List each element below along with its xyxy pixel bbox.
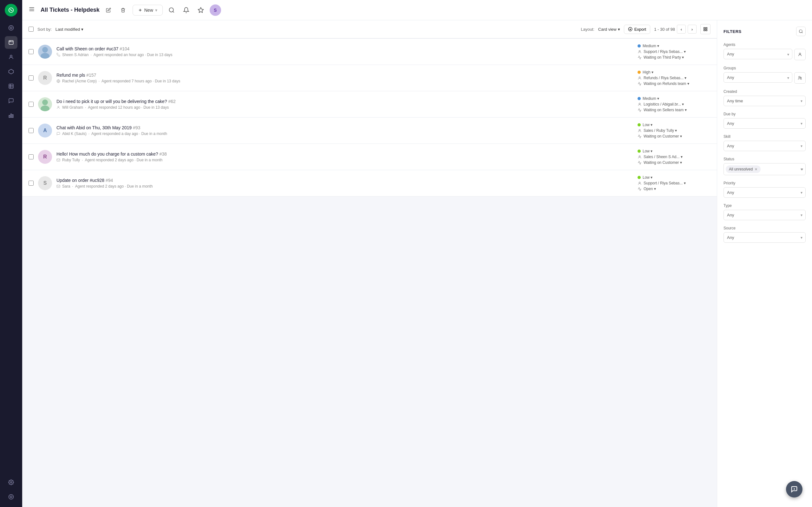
table-row[interactable]: Do i need to pick it up or will you be d… <box>22 91 717 118</box>
grid-view-button[interactable] <box>700 24 711 34</box>
status-tag: Waiting on Sellers team ▾ <box>638 108 687 112</box>
ticket-checkbox[interactable] <box>29 75 34 80</box>
sidebar-item-network[interactable] <box>5 65 17 78</box>
notifications-icon[interactable] <box>181 4 192 16</box>
status-dropdown[interactable]: Waiting on Customer ▾ <box>644 160 682 165</box>
layout-label: Layout: <box>581 27 595 32</box>
team-dropdown[interactable]: Sales / Ruby Tully ▾ <box>644 128 677 133</box>
status-tag: Waiting on Third Party ▾ <box>638 55 684 60</box>
sidebar-item-analytics[interactable] <box>5 109 17 122</box>
svg-point-41 <box>639 129 640 130</box>
svg-point-36 <box>639 77 640 78</box>
select-all-checkbox[interactable] <box>29 26 34 32</box>
list-toolbar: Sort by: Last modified ▾ Layout: Card vi… <box>22 20 717 38</box>
next-page-button[interactable]: › <box>688 25 697 34</box>
team-tag: Sales / Ruby Tully ▾ <box>638 128 677 133</box>
ai-icon[interactable] <box>195 4 206 16</box>
due-by-select[interactable]: Any <box>723 118 806 129</box>
table-row[interactable]: R Hello! How much do you charge for a cu… <box>22 144 717 170</box>
svg-rect-27 <box>704 27 705 29</box>
agents-filter-icon[interactable] <box>794 49 806 60</box>
ticket-meta: Rachel (Acme Corp) · Agent responded 7 h… <box>56 79 633 83</box>
type-select-wrap: Any <box>723 210 806 220</box>
sidebar-item-contacts[interactable] <box>5 51 17 63</box>
logo-icon <box>8 7 14 14</box>
team-dropdown[interactable]: Support / Riya Sebas... ▾ <box>644 49 686 54</box>
ticket-checkbox[interactable] <box>29 102 34 107</box>
status-chip-remove[interactable]: × <box>755 167 757 172</box>
filters-search-button[interactable] <box>796 26 806 36</box>
groups-select-wrap: Any <box>723 72 792 83</box>
svg-point-33 <box>639 50 640 52</box>
ticket-checkbox[interactable] <box>29 49 34 54</box>
priority-dropdown[interactable]: Low ▾ <box>643 175 653 180</box>
layout-select[interactable]: Card view ▾ <box>598 27 620 32</box>
filter-created: Created Any time <box>723 89 806 106</box>
svg-rect-13 <box>11 114 12 118</box>
sidebar-item-tickets[interactable] <box>5 36 17 49</box>
source-label: Source <box>723 226 806 230</box>
groups-row: Any <box>723 72 806 83</box>
filters-title: FILTERS <box>723 29 742 34</box>
app-logo[interactable] <box>5 4 17 16</box>
svg-point-37 <box>42 100 48 105</box>
priority-dropdown[interactable]: Low ▾ <box>643 149 653 153</box>
sort-button[interactable]: Last modified ▾ <box>55 27 84 32</box>
groups-filter-icon[interactable] <box>794 72 806 83</box>
groups-select[interactable]: Any <box>723 72 792 83</box>
type-select[interactable]: Any <box>723 210 806 220</box>
table-row[interactable]: Call with Sheen on order #uc37 #104 Shee… <box>22 38 717 65</box>
priority-dropdown[interactable]: Medium ▾ <box>643 44 659 48</box>
filter-source: Source Any <box>723 226 806 243</box>
edit-icon[interactable] <box>103 4 114 16</box>
sidebar-item-chat[interactable] <box>5 95 17 107</box>
source-select[interactable]: Any <box>723 232 806 243</box>
filter-agents: Agents Any <box>723 43 806 60</box>
table-row[interactable]: R Refund me pls #157 Rachel (Acme Corp) … <box>22 65 717 91</box>
user-avatar[interactable]: S <box>210 4 221 16</box>
fab-button[interactable] <box>786 481 803 498</box>
ticket-checkbox[interactable] <box>29 128 34 133</box>
team-dropdown[interactable]: Support / Riya Sebas... ▾ <box>644 181 686 185</box>
export-button[interactable]: Export <box>624 25 651 34</box>
sidebar-item-home[interactable] <box>5 21 17 34</box>
priority-dropdown[interactable]: High ▾ <box>643 70 653 74</box>
prev-page-button[interactable]: ‹ <box>677 25 686 34</box>
sidebar-item-book[interactable] <box>5 80 17 93</box>
agents-select[interactable]: Any <box>723 49 792 59</box>
status-dropdown[interactable]: Waiting on Customer ▾ <box>644 134 682 138</box>
search-icon[interactable] <box>166 4 177 16</box>
status-label: Status <box>723 157 806 161</box>
status-dropdown[interactable]: Waiting on Third Party ▾ <box>644 55 684 60</box>
skill-select[interactable]: Any <box>723 141 806 151</box>
status-dropdown[interactable]: Waiting on Refunds team ▾ <box>644 81 689 86</box>
priority-dot <box>638 44 641 48</box>
table-row[interactable]: A Chat with Abid on Thu, 30th May 2019 #… <box>22 118 717 144</box>
table-row[interactable]: S Update on order #uc928 #94 Sara · Agen… <box>22 170 717 196</box>
team-dropdown[interactable]: Refunds / Riya Sebas... ▾ <box>644 76 687 80</box>
delete-icon[interactable] <box>117 4 129 16</box>
priority-select[interactable]: Any <box>723 187 806 198</box>
team-dropdown[interactable]: Logisitics / Abigail.br... ▾ <box>644 102 684 107</box>
sidebar-item-support[interactable] <box>5 491 17 503</box>
ticket-checkbox[interactable] <box>29 181 34 186</box>
status-dropdown[interactable]: Open ▾ <box>644 187 656 191</box>
svg-point-39 <box>58 106 59 107</box>
status-select-display[interactable]: All unresolved × <box>723 163 806 175</box>
team-tag: Support / Riya Sebas... ▾ <box>638 49 686 54</box>
team-tag: Refunds / Riya Sebas... ▾ <box>638 76 687 80</box>
pagination: 1 - 30 of 98 ‹ › <box>654 25 697 34</box>
team-dropdown[interactable]: Sales / Sheen S Ad... ▾ <box>644 155 682 159</box>
ticket-tags: Low ▾ Sales / Ruby Tully ▾ Waiting on Cu… <box>638 123 711 138</box>
ticket-checkbox[interactable] <box>29 154 34 159</box>
status-dropdown[interactable]: Waiting on Sellers team ▾ <box>644 108 687 112</box>
ticket-meta: Sara · Agent responded 2 days ago · Due … <box>56 184 633 188</box>
svg-marker-7 <box>9 69 14 74</box>
sidebar-item-settings[interactable] <box>5 476 17 489</box>
priority-dropdown[interactable]: Medium ▾ <box>643 96 659 101</box>
priority-dropdown[interactable]: Low ▾ <box>643 123 653 127</box>
created-select[interactable]: Any time <box>723 96 806 106</box>
new-button[interactable]: New ▾ <box>133 5 163 15</box>
menu-icon[interactable] <box>29 6 35 14</box>
svg-point-2 <box>10 27 12 29</box>
